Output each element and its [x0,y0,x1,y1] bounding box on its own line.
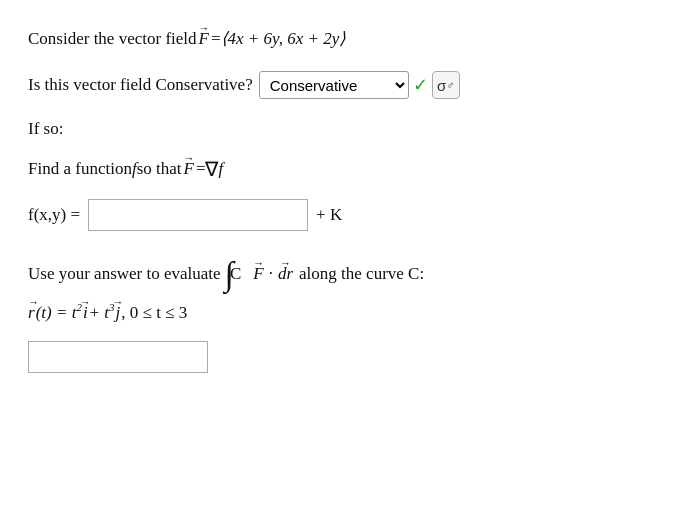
line-4: Find a function f so that F → = ∇ f [28,157,640,181]
line-3: If so: [28,119,640,139]
line-2: Is this vector field Conservative? Conse… [28,71,640,99]
check-mark: ✓ [413,74,428,96]
line3-text: If so: [28,119,63,139]
line6-F: F → [253,264,263,284]
conservative-select[interactable]: Conservative Not Conservative [259,71,409,99]
line-1: Consider the vector field F → = ⟨4x + 6y… [28,28,640,49]
line4-f2: f [218,159,223,179]
line-7: r → (t) = t2 i → + t3 j → , 0 ≤ t ≤ 3 [28,301,640,323]
line6-dr: dr → [278,264,293,284]
line-6: Use your answer to evaluate ∫ C F → · dr… [28,257,640,291]
line-5: f(x,y) = + K [28,199,640,231]
line1-text-pre: Consider the vector field [28,29,197,49]
line7-r: r → [28,303,35,323]
line7-i: i → [83,303,88,323]
line4-text-pre: Find a function [28,159,132,179]
line5-label: f(x,y) = [28,205,80,225]
line6-integral: ∫ C [225,257,248,291]
line4-text-post: so that [137,159,182,179]
line7-t-expr: (t) = t2 [36,301,82,323]
line1-F: F → [199,29,209,49]
line6-text-post: along the curve C: [299,264,424,284]
final-answer-input[interactable] [28,341,208,373]
fxy-input[interactable] [88,199,308,231]
line4-nabla: ∇ [205,157,218,181]
line-8 [28,341,640,373]
line4-F: F → [183,159,193,179]
line6-text-pre: Use your answer to evaluate [28,264,221,284]
line5-plus-k: + K [316,205,342,225]
line7-j: j → [116,303,121,323]
line1-expression: ⟨4x + 6y, 6x + 2y⟩ [221,28,347,49]
line1-eq: = [211,29,221,49]
line6-dot: · [269,264,273,284]
sigma-button[interactable]: σ♂ [432,71,460,99]
line2-text: Is this vector field Conservative? [28,75,253,95]
integral-sub-c: C [230,264,241,284]
line7-plus-t3: + t3 [89,301,115,323]
line7-constraint: , 0 ≤ t ≤ 3 [121,303,187,323]
